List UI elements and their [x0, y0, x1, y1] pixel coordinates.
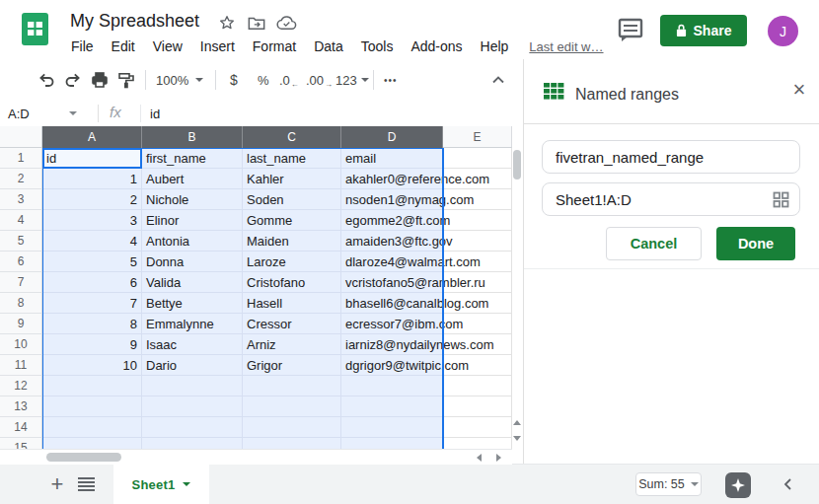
more-toolbar-button[interactable]: ••• — [384, 59, 398, 101]
name-box[interactable]: A:D — [8, 101, 77, 126]
document-title[interactable]: My Spreadsheet — [70, 11, 199, 32]
cell-E4[interactable] — [443, 210, 512, 231]
cell-B7[interactable]: Valida — [142, 272, 243, 293]
print-icon[interactable] — [91, 71, 109, 89]
paint-format-icon[interactable] — [117, 71, 135, 89]
cell-A11[interactable]: 10 — [42, 355, 142, 376]
column-header-A[interactable]: A — [42, 126, 142, 148]
grid-select-icon[interactable] — [773, 191, 789, 208]
cell-A10[interactable]: 9 — [42, 334, 142, 355]
all-sheets-icon[interactable] — [78, 477, 95, 491]
cell-B11[interactable]: Dario — [142, 355, 243, 376]
cell-D11[interactable]: dgrigor9@twitpic.com — [341, 355, 443, 376]
star-icon[interactable] — [218, 14, 236, 32]
row-header-7[interactable]: 7 — [0, 272, 42, 293]
cell-D6[interactable]: dlaroze4@walmart.com — [341, 252, 443, 272]
cell-B12[interactable] — [142, 376, 243, 396]
cell-B9[interactable]: Emmalynne — [142, 314, 243, 334]
move-folder-icon[interactable] — [248, 16, 265, 31]
close-icon[interactable]: × — [784, 75, 814, 105]
column-header-C[interactable]: C — [243, 126, 341, 148]
cell-D5[interactable]: amaiden3@ftc.gov — [341, 231, 443, 252]
cell-A4[interactable]: 3 — [42, 210, 142, 231]
cell-D9[interactable]: ecressor7@ibm.com — [341, 314, 443, 334]
zoom-select[interactable]: 100% — [156, 59, 203, 101]
scroll-up-icon[interactable] — [513, 420, 521, 425]
cell-B14[interactable] — [142, 417, 243, 438]
cell-A5[interactable]: 4 — [42, 231, 142, 252]
cell-E12[interactable] — [443, 376, 512, 396]
comment-history-icon[interactable] — [618, 18, 643, 42]
vertical-scrollbar-thumb[interactable] — [513, 150, 521, 180]
cell-B2[interactable]: Aubert — [142, 169, 243, 189]
scroll-down-icon[interactable] — [513, 436, 521, 441]
cancel-button[interactable]: Cancel — [606, 227, 702, 260]
row-header-13[interactable]: 13 — [0, 396, 42, 417]
last-edit-link[interactable]: Last edit w… — [529, 39, 603, 54]
row-header-12[interactable]: 12 — [0, 376, 42, 396]
cell-A13[interactable] — [42, 396, 142, 417]
menu-file[interactable]: File — [62, 38, 103, 54]
cell-D4[interactable]: egomme2@ft.com — [341, 210, 443, 231]
menu-data[interactable]: Data — [305, 38, 352, 54]
format-currency-button[interactable]: $ — [230, 59, 238, 101]
cell-E5[interactable] — [443, 231, 512, 252]
cell-C13[interactable] — [243, 396, 341, 417]
cell-A8[interactable]: 7 — [42, 293, 142, 314]
decrease-decimal-button[interactable]: .0← — [279, 59, 298, 101]
cell-B5[interactable]: Antonia — [142, 231, 243, 252]
cell-B4[interactable]: Elinor — [142, 210, 243, 231]
horizontal-scrollbar-thumb[interactable] — [46, 453, 121, 462]
cell-C4[interactable]: Gomme — [243, 210, 341, 231]
cell-D14[interactable] — [341, 417, 443, 438]
column-header-D[interactable]: D — [341, 126, 443, 148]
scroll-left-icon[interactable] — [477, 454, 482, 462]
formula-input[interactable]: id — [150, 101, 160, 126]
cell-C9[interactable]: Cressor — [243, 314, 341, 334]
row-header-3[interactable]: 3 — [0, 189, 42, 210]
row-header-5[interactable]: 5 — [0, 231, 42, 252]
cell-D13[interactable] — [341, 396, 443, 417]
cell-A2[interactable]: 1 — [42, 169, 142, 189]
cell-A9[interactable]: 8 — [42, 314, 142, 334]
range-reference-input[interactable]: Sheet1!A:D — [542, 182, 800, 216]
cloud-status-icon[interactable] — [276, 16, 297, 31]
cell-D8[interactable]: bhasell6@canalblog.com — [341, 293, 443, 314]
cell-E13[interactable] — [443, 396, 512, 417]
menu-tools[interactable]: Tools — [352, 38, 403, 54]
undo-icon[interactable] — [37, 71, 55, 89]
row-header-4[interactable]: 4 — [0, 210, 42, 231]
increase-decimal-button[interactable]: .00→ — [306, 59, 332, 101]
cell-E14[interactable] — [443, 417, 512, 438]
row-header-15[interactable]: 15 — [0, 438, 42, 449]
format-percent-button[interactable]: % — [258, 59, 269, 101]
collapse-toolbar-icon[interactable] — [490, 72, 506, 88]
row-header-10[interactable]: 10 — [0, 334, 42, 355]
collapse-panel-icon[interactable] — [782, 477, 795, 491]
row-header-9[interactable]: 9 — [0, 314, 42, 334]
cell-B8[interactable]: Bettye — [142, 293, 243, 314]
cell-A12[interactable] — [42, 376, 142, 396]
explore-button[interactable] — [725, 472, 751, 498]
cell-C15[interactable] — [243, 438, 341, 449]
account-avatar[interactable]: J — [768, 16, 798, 46]
cell-E1[interactable] — [443, 148, 512, 169]
row-header-6[interactable]: 6 — [0, 252, 42, 272]
menu-add-ons[interactable]: Add-ons — [402, 38, 471, 54]
cell-C2[interactable]: Kahler — [243, 169, 341, 189]
cell-A3[interactable]: 2 — [42, 189, 142, 210]
cell-C1[interactable]: last_name — [243, 148, 341, 169]
cell-A7[interactable]: 6 — [42, 272, 142, 293]
cell-D7[interactable]: vcristofano5@rambler.ru — [341, 272, 443, 293]
cell-E15[interactable] — [443, 438, 512, 449]
cell-D12[interactable] — [341, 376, 443, 396]
redo-icon[interactable] — [64, 71, 82, 89]
sum-status-chip[interactable]: Sum: 55 — [635, 472, 702, 496]
cell-B6[interactable]: Donna — [142, 252, 243, 272]
scroll-right-icon[interactable] — [496, 454, 501, 462]
cell-C7[interactable]: Cristofano — [243, 272, 341, 293]
number-format-button[interactable]: 123 — [335, 59, 369, 101]
column-header-B[interactable]: B — [142, 126, 243, 148]
cell-C3[interactable]: Soden — [243, 189, 341, 210]
range-name-input[interactable]: fivetran_named_range — [542, 140, 800, 174]
